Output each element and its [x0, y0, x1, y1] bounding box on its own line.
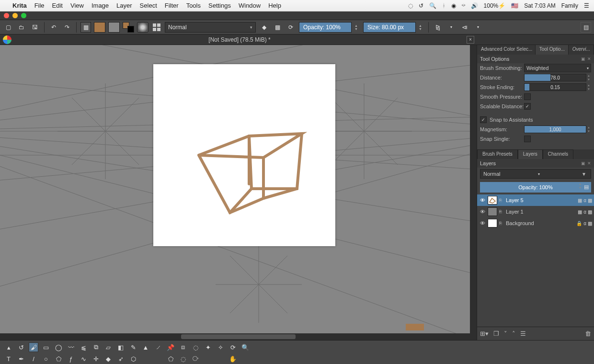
opacity-stepper[interactable]: ▲▼ — [354, 22, 360, 33]
pan-tool[interactable]: ✋ — [228, 354, 238, 364]
workspace-chooser-button[interactable] — [151, 22, 162, 33]
eyedropper-tool[interactable]: ➶ — [116, 354, 126, 364]
layer-settings-button[interactable]: ☰ — [520, 330, 526, 337]
spotlight-icon[interactable]: 🔍 — [429, 2, 436, 9]
gradient-tool[interactable]: ◧ — [116, 342, 126, 352]
lock-icon[interactable]: 🔒 — [576, 221, 582, 226]
alpha-lock-button[interactable]: ▩ — [272, 22, 283, 33]
add-layer-button[interactable]: ⊞▾ — [480, 330, 489, 337]
select-rect-tool[interactable]: ⧈ — [178, 342, 188, 352]
window-minimize-button[interactable] — [12, 13, 18, 18]
select-poly-tool[interactable]: ⬠ — [166, 354, 175, 364]
tab-brush-presets[interactable]: Brush Presets — [477, 149, 518, 159]
menu-extras-icon[interactable]: ☰ — [584, 2, 589, 9]
smooth-pressure-checkbox[interactable] — [524, 93, 531, 100]
layer-extra-icon[interactable]: ▩ — [588, 198, 592, 203]
mirror-v-chevron[interactable]: ▾ — [473, 22, 483, 33]
cloud-icon[interactable]: ◌ — [408, 2, 413, 9]
move-tool[interactable]: ▴ — [4, 342, 13, 352]
foreground-color-swatch[interactable] — [94, 22, 105, 33]
tab-advanced-color[interactable]: Advanced Color Selec... — [477, 45, 536, 55]
transform-tool[interactable]: ↺ — [16, 342, 26, 352]
polygon-tool[interactable]: ⬠ — [54, 354, 63, 364]
layer-name[interactable]: Background — [506, 220, 574, 226]
select-magnetic-tool[interactable]: ⧂ — [191, 354, 200, 364]
menu-view[interactable]: View — [70, 2, 84, 9]
ruler-tool[interactable]: ⟋ — [153, 342, 163, 352]
new-file-button[interactable]: ▢ — [3, 22, 13, 33]
rectangle-tool[interactable]: ▭ — [41, 342, 51, 352]
colorpicker-tool[interactable]: ✎ — [128, 342, 138, 352]
eraser-toggle-button[interactable]: ◆ — [259, 22, 269, 33]
menu-help[interactable]: Help — [268, 2, 281, 9]
layer-opacity-stepper[interactable]: ▲▼ — [578, 182, 583, 190]
input-flag-icon[interactable]: 🇺🇸 — [511, 2, 518, 9]
layer-row[interactable]: 👁 ⎘ Background 🔒α▩ — [477, 217, 594, 229]
magnetism-stepper[interactable]: ▲▼ — [586, 125, 591, 133]
duplicate-layer-button[interactable]: ❐ — [493, 330, 499, 337]
layer-visibility-icon[interactable]: 👁 — [479, 197, 486, 204]
panel-float-icon[interactable]: ▣ — [581, 57, 585, 61]
canvas-viewport[interactable] — [0, 45, 477, 340]
polyline-tool[interactable]: 〰 — [66, 342, 76, 352]
canvas-page[interactable] — [153, 64, 335, 246]
brush-smoothing-select[interactable]: Weighted▾ — [524, 64, 591, 72]
window-close-button[interactable] — [4, 13, 9, 18]
fg-bg-color-swatch[interactable] — [123, 22, 134, 33]
select-contiguous-tool[interactable]: ✧ — [216, 342, 225, 352]
snap-assistants-checkbox[interactable]: ✓ — [480, 116, 487, 123]
select-bezier-tool[interactable]: ◌ — [178, 354, 188, 364]
ellipse-shape-tool[interactable]: ○ — [41, 354, 51, 364]
menu-tools[interactable]: Tools — [186, 2, 201, 9]
layer-visibility-icon[interactable]: 👁 — [479, 220, 486, 227]
layer-extra-icon[interactable]: ▩ — [588, 221, 592, 226]
menu-image[interactable]: Image — [91, 2, 109, 9]
timemachine-icon[interactable]: ↺ — [419, 2, 423, 9]
open-file-button[interactable]: 🗀 — [16, 22, 27, 33]
select-freehand-tool[interactable]: ✦ — [203, 342, 213, 352]
panel-close-icon[interactable]: ✕ — [587, 161, 591, 166]
menu-settings[interactable]: Settings — [208, 2, 231, 9]
blend-mode-select[interactable]: Normal ▾ — [165, 22, 256, 33]
clock[interactable]: Sat 7:03 AM — [524, 2, 555, 9]
toolbar-overflow-button[interactable]: ▤ — [581, 22, 591, 33]
layer-name[interactable]: Layer 1 — [506, 209, 576, 215]
menu-select[interactable]: Select — [140, 2, 157, 9]
zoom-tool[interactable]: 🔍 — [240, 342, 250, 352]
menu-file[interactable]: File — [34, 2, 45, 9]
bezier-tool[interactable]: ⫹ — [79, 342, 88, 352]
fill-tool[interactable]: ▲ — [141, 342, 150, 352]
horizontal-scrollbar[interactable] — [0, 333, 477, 340]
wifi-icon[interactable]: ⌔ — [462, 2, 465, 9]
opacity-slider[interactable]: Opacity: 100% — [299, 22, 352, 33]
scalable-distance-checkbox[interactable]: ✓ — [524, 103, 531, 110]
calligraphy-tool[interactable]: ✒ — [16, 354, 26, 364]
layer-blend-mode-select[interactable]: Normal▾ ▼ — [480, 169, 591, 179]
select-ellipse-tool[interactable]: ◌ — [191, 342, 200, 352]
delete-layer-button[interactable]: 🗑 — [585, 330, 591, 337]
scrollbar-thumb[interactable] — [181, 334, 296, 339]
tab-overview[interactable]: Overvi... — [569, 45, 594, 55]
layer-alpha-icon[interactable]: α — [583, 198, 586, 203]
document-close-button[interactable]: × — [467, 36, 474, 44]
text-tool[interactable]: T — [4, 354, 13, 364]
layer-row[interactable]: 👁 ⎘ Layer 5 ▦α▩ — [477, 194, 594, 206]
brush-size-slider[interactable]: Size: 80.00 px — [363, 22, 416, 33]
tab-layers[interactable]: Layers — [518, 149, 543, 159]
menu-window[interactable]: Window — [239, 2, 261, 9]
save-file-button[interactable]: 🖫 — [30, 22, 40, 33]
menu-edit[interactable]: Edit — [52, 2, 63, 9]
reload-preset-button[interactable]: ⟳ — [286, 22, 296, 33]
tab-channels[interactable]: Channels — [543, 149, 573, 159]
mirror-horizontal-button[interactable]: ⧎ — [433, 22, 443, 33]
layer-style-icon[interactable]: ▦ — [578, 209, 582, 215]
menu-layer[interactable]: Layer — [116, 2, 132, 9]
undo-button[interactable]: ↶ — [48, 22, 59, 33]
pattern-swatch[interactable] — [108, 22, 120, 33]
layer-opacity-slider[interactable]: Opacity: 100% ▲▼▤ — [480, 182, 591, 193]
pin-tool[interactable]: 📌 — [166, 342, 175, 352]
mirror-h-chevron[interactable]: ▾ — [446, 22, 457, 33]
mirror-vertical-button[interactable]: ⧏ — [459, 22, 470, 33]
layer-alpha-icon[interactable]: α — [583, 221, 586, 226]
stroke-stepper[interactable]: ▲▼ — [586, 83, 591, 91]
